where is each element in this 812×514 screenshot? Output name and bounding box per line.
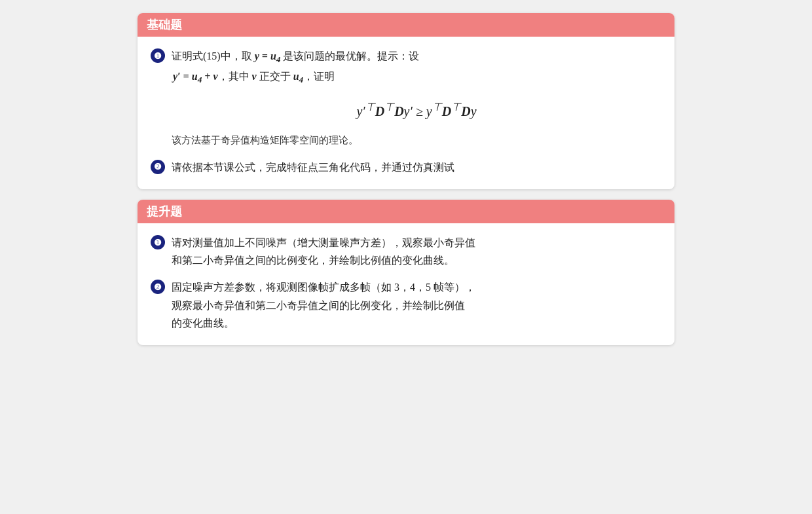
basic-problem-2: ❷ 请依据本节课公式，完成特征点三角化代码，并通过仿真测试 [151, 158, 661, 176]
math-formula: y′⊤D⊤Dy′ ≥ y⊤D⊤Dy [172, 98, 661, 122]
card-basic: 基础题 ❶ 证明式(15)中，取 y = u4 是该问题的最优解。提示：设 y′… [138, 13, 674, 189]
advanced-problem-2: ❷ 固定噪声方差参数，将观测图像帧扩成多帧（如 3，4，5 帧等）， 观察最小奇… [151, 278, 661, 332]
basic-p1-line2: y′ = u4 + v，其中 v 正交于 u4，证明 [172, 71, 335, 82]
adv-p2-line2: 观察最小奇异值和第二小奇异值之间的比例变化，并绘制比例值 [172, 300, 465, 311]
basic-p1-note: 该方法基于奇异值构造矩阵零空间的理论。 [172, 132, 661, 149]
adv-p1-line1: 请对测量值加上不同噪声（增大测量噪声方差），观察最小奇异值 [172, 237, 475, 248]
card-basic-body: ❶ 证明式(15)中，取 y = u4 是该问题的最优解。提示：设 y′ = u… [138, 37, 674, 189]
card-advanced-title: 提升题 [147, 205, 182, 218]
card-basic-header: 基础题 [138, 13, 674, 37]
card-advanced-header: 提升题 [138, 200, 674, 223]
basic-problem-2-text: 请依据本节课公式，完成特征点三角化代码，并通过仿真测试 [172, 158, 661, 176]
circle-num-2: ❷ [151, 160, 165, 174]
circle-num-1: ❶ [151, 48, 165, 63]
circle-num-adv-2: ❷ [151, 280, 165, 294]
basic-p2-line1: 请依据本节课公式，完成特征点三角化代码，并通过仿真测试 [172, 162, 454, 173]
adv-p1-line2: 和第二小奇异值之间的比例变化，并绘制比例值的变化曲线。 [172, 255, 454, 266]
advanced-problem-1: ❶ 请对测量值加上不同噪声（增大测量噪声方差），观察最小奇异值 和第二小奇异值之… [151, 234, 661, 269]
basic-p1-line1: 证明式(15)中，取 y = u4 是该问题的最优解。提示：设 [172, 50, 419, 62]
adv-p2-line1: 固定噪声方差参数，将观测图像帧扩成多帧（如 3，4，5 帧等）， [172, 282, 475, 293]
card-advanced: 提升题 ❶ 请对测量值加上不同噪声（增大测量噪声方差），观察最小奇异值 和第二小… [138, 200, 674, 345]
basic-problem-1: ❶ 证明式(15)中，取 y = u4 是该问题的最优解。提示：设 y′ = u… [151, 47, 661, 149]
card-basic-title: 基础题 [147, 18, 182, 31]
basic-problem-1-text: 证明式(15)中，取 y = u4 是该问题的最优解。提示：设 y′ = u4 … [172, 47, 661, 149]
advanced-problem-2-text: 固定噪声方差参数，将观测图像帧扩成多帧（如 3，4，5 帧等）， 观察最小奇异值… [172, 278, 661, 332]
circle-num-adv-1: ❶ [151, 235, 165, 249]
card-advanced-body: ❶ 请对测量值加上不同噪声（增大测量噪声方差），观察最小奇异值 和第二小奇异值之… [138, 223, 674, 345]
adv-p2-line3: 的变化曲线。 [172, 318, 234, 329]
advanced-problem-1-text: 请对测量值加上不同噪声（增大测量噪声方差），观察最小奇异值 和第二小奇异值之间的… [172, 234, 661, 269]
